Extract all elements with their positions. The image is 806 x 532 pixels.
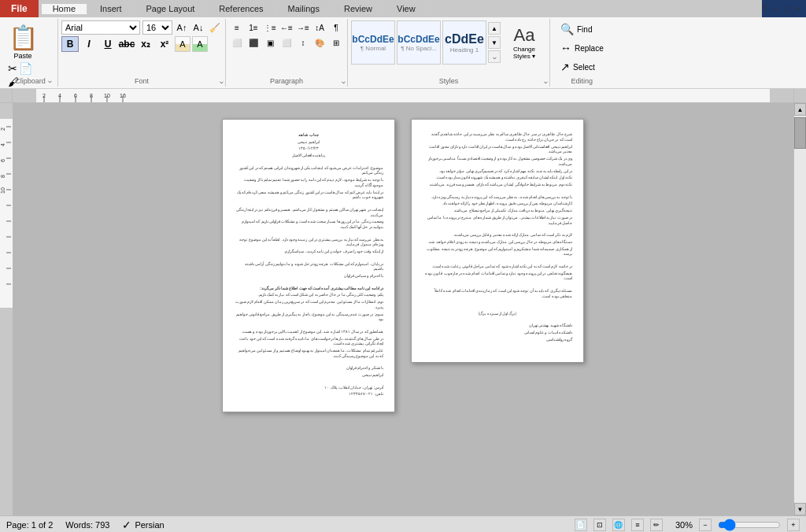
tab-home[interactable]: Home — [42, 4, 87, 14]
paragraph-expand-icon[interactable]: ⌵ — [342, 78, 346, 85]
language-icon: ✓ — [122, 519, 131, 531]
help-icon[interactable]: ? — [762, 4, 767, 13]
multilevel-button[interactable]: ⋮≡ — [262, 20, 278, 35]
shading-button[interactable]: 🎨 — [312, 35, 327, 50]
styles-group: bCcDdEe ¶ Normal bCcDdEe ¶ No Spaci... c… — [348, 19, 550, 87]
page-1: جناب شاهد ابراهیم ذبیحی ۱۳۵۰/۱۲/۲۳ پناهن… — [222, 119, 395, 412]
tab-review[interactable]: Review — [333, 4, 384, 13]
page-info-label: Page: 1 of 2 — [6, 520, 53, 530]
change-styles-icon: Aa — [514, 25, 535, 46]
horizontal-ruler: 2 4 6 8 10 16 — [13, 89, 793, 102]
view-web-button[interactable]: 🌐 — [612, 519, 625, 531]
page-2: شرح حال ظاهری: در سر حال ظاهری سالم به ن… — [411, 119, 584, 363]
ribbon: 📋 Paste ✂ 📄 🖌 Clipboard ⌵ Arial — [0, 17, 806, 89]
vertical-scrollbar: ▲ ▼ — [793, 103, 806, 515]
file-tab[interactable]: File — [0, 0, 39, 17]
tab-view[interactable]: View — [386, 4, 427, 13]
align-left-button[interactable]: ⬜ — [229, 35, 245, 50]
clipboard-inner: 📋 Paste ✂ 📄 🖌 — [8, 22, 38, 83]
styles-expand-dialog-icon[interactable]: ⌵ — [544, 78, 548, 85]
superscript-button[interactable]: x² — [156, 36, 173, 52]
cut-button[interactable]: ✂ — [8, 62, 17, 75]
clipboard-expand-icon[interactable]: ⌵ — [48, 77, 56, 85]
style-nospace-button[interactable]: bCcDdEe ¶ No Spaci... — [397, 20, 441, 65]
close-icon[interactable]: × — [795, 4, 800, 13]
zoom-in-button[interactable]: + — [787, 519, 800, 531]
document-canvas: جناب شاهد ابراهیم ذبیحی ۱۳۵۰/۱۲/۲۳ پناهن… — [13, 103, 793, 515]
word-count: Words: 793 — [65, 520, 109, 530]
font-size-select[interactable]: 16 — [142, 20, 172, 35]
underline-button[interactable]: U — [99, 36, 116, 52]
vertical-ruler: 2 4 6 8 10 — [0, 103, 13, 515]
bold-button[interactable]: B — [61, 36, 79, 52]
subscript-button[interactable]: x₂ — [137, 36, 154, 52]
italic-button[interactable]: I — [80, 36, 98, 52]
font-color-button[interactable]: A — [175, 36, 190, 52]
view-outline-button[interactable]: ≡ — [631, 519, 644, 531]
align-center-button[interactable]: ⬛ — [246, 35, 261, 50]
page-2-content[interactable]: شرح حال ظاهری: در سر حال ظاهری سالم به ن… — [423, 132, 572, 343]
font-row2: B I U abc x₂ x² A A — [61, 36, 222, 52]
styles-expand-button[interactable]: ⌵ — [488, 50, 501, 63]
style-normal-button[interactable]: bCcDdEe ¶ Normal — [351, 20, 395, 65]
select-button[interactable]: ↗ Select — [556, 58, 608, 76]
scroll-down-button[interactable]: ▼ — [794, 503, 806, 515]
view-fullscreen-button[interactable]: ⊡ — [593, 519, 606, 531]
language-info: ✓ Persian — [122, 519, 164, 531]
bullets-button[interactable]: ≡ — [229, 20, 245, 35]
change-styles-button[interactable]: Aa ChangeStyles ▾ — [502, 20, 546, 65]
style-nospace-preview: bCcDdEe — [397, 34, 439, 45]
styles-scroll-up-button[interactable]: ▲ — [488, 22, 501, 35]
minimize-icon[interactable]: — — [771, 4, 780, 13]
line-spacing-button[interactable]: ↕ — [295, 35, 311, 50]
increase-indent-button[interactable]: →≡ — [295, 20, 311, 35]
tab-mailings[interactable]: Mailings — [277, 4, 331, 13]
tab-references[interactable]: References — [208, 4, 275, 13]
clear-formatting-button[interactable]: 🧹 — [208, 20, 222, 35]
tab-insert[interactable]: Insert — [89, 4, 134, 13]
style-heading1-button[interactable]: cDdEe Heading 1 — [442, 20, 486, 65]
paste-button[interactable]: 📋 Paste — [8, 22, 38, 60]
maximize-icon[interactable]: □ — [785, 4, 790, 13]
zoom-slider[interactable] — [718, 520, 781, 530]
font-increase-button[interactable]: A↑ — [175, 20, 189, 35]
editing-group: 🔍 Find ↔ Replace ↗ Select Editing — [550, 19, 614, 87]
align-right-button[interactable]: ▣ — [262, 35, 278, 50]
clipboard-group: 📋 Paste ✂ 📄 🖌 Clipboard ⌵ — [3, 19, 58, 87]
show-marks-button[interactable]: ¶ — [328, 20, 344, 35]
scroll-up-button[interactable]: ▲ — [794, 103, 806, 116]
font-name-select[interactable]: Arial — [61, 20, 140, 35]
sort-button[interactable]: ↕A — [312, 20, 327, 35]
view-print-button[interactable]: 📄 — [575, 519, 587, 531]
scrollbar-thumb[interactable] — [794, 117, 806, 149]
scrollbar-track[interactable] — [794, 116, 806, 503]
font-expand-icon[interactable]: ⌵ — [220, 78, 224, 85]
window-controls: ? — □ × — [762, 0, 806, 17]
paste-label: Paste — [13, 52, 31, 60]
style-normal-label: ¶ Normal — [360, 45, 386, 52]
styles-scroll-down-button[interactable]: ▼ — [488, 36, 501, 49]
ruler-side-right — [793, 89, 806, 102]
decrease-indent-button[interactable]: ←≡ — [279, 20, 294, 35]
tab-page-layout[interactable]: Page Layout — [135, 4, 207, 13]
justify-button[interactable]: ⬜ — [279, 35, 294, 50]
page-1-content[interactable]: جناب شاهد ابراهیم ذبیحی ۱۳۵۰/۱۲/۲۳ پناهن… — [234, 132, 383, 397]
svg-text:6: 6 — [74, 93, 77, 98]
styles-arrows: ▲ ▼ ⌵ — [488, 22, 501, 63]
borders-button[interactable]: ⊞ — [328, 35, 344, 50]
strikethrough-button[interactable]: abc — [118, 36, 135, 52]
status-right: 📄 ⊡ 🌐 ≡ ✏ 30% − + — [575, 519, 800, 531]
zoom-out-button[interactable]: − — [699, 519, 712, 531]
replace-button[interactable]: ↔ Replace — [556, 39, 608, 57]
page-info: Page: 1 of 2 — [6, 520, 53, 530]
numbering-button[interactable]: 1≡ — [246, 20, 261, 35]
font-decrease-button[interactable]: A↓ — [191, 20, 205, 35]
view-draft-button[interactable]: ✏ — [650, 519, 663, 531]
style-normal-preview: bCcDdEe — [352, 34, 394, 45]
font-group-label: Font — [58, 77, 225, 85]
copy-button[interactable]: 📄 — [19, 62, 32, 75]
svg-text:2: 2 — [43, 93, 46, 98]
highlight-color-button[interactable]: A — [192, 36, 208, 52]
find-button[interactable]: 🔍 Find — [556, 20, 608, 38]
para-row1: ≡ 1≡ ⋮≡ ←≡ →≡ ↕A ¶ — [229, 20, 344, 35]
